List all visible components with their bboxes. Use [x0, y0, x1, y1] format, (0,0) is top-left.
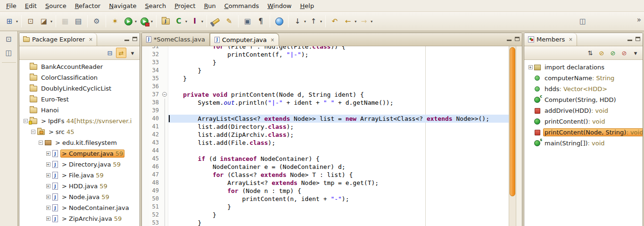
menu-item-help[interactable]: Help — [296, 1, 319, 11]
menu-item-refactor[interactable]: Refactor — [71, 1, 105, 11]
hide-fields-button[interactable]: ⊘ — [596, 48, 607, 58]
menu-item-project[interactable]: Project — [170, 1, 200, 11]
code-line[interactable]: 37−private void printContent(Node d, Str… — [142, 91, 509, 99]
external-tools-button[interactable]: ▶ — [138, 15, 150, 27]
fold-collapse-icon[interactable]: − — [162, 92, 167, 97]
code-line[interactable]: 51} — [142, 203, 509, 211]
code-line[interactable]: 41list.add(Directory.class); — [142, 123, 509, 131]
show-whitespace-button[interactable]: ▣ — [241, 15, 254, 27]
hide-non-public-members-button[interactable]: ⊘ — [619, 48, 629, 58]
member-row[interactable]: +import declarations — [527, 62, 643, 73]
expander-minus[interactable]: − — [30, 130, 36, 134]
code-line[interactable]: 38System.out.println("|-" + ident + " " … — [142, 99, 509, 107]
code-line[interactable]: 34} — [142, 67, 509, 75]
maximize-view-button[interactable] — [132, 37, 137, 41]
members-tab[interactable]: Members × — [524, 33, 577, 46]
minimize-editor-button[interactable] — [507, 37, 512, 41]
editor-body[interactable]: 31for (File f : hdd.get(File.class)) {32… — [142, 46, 522, 226]
member-row[interactable]: addDrive(HDD) : void — [527, 105, 643, 116]
code-line[interactable]: 32printContent(f, "|-"); — [142, 50, 509, 59]
code-line[interactable]: 39 — [142, 107, 509, 115]
tree-row[interactable]: +J> Computer.java59 — [19, 148, 140, 159]
view-menu-button[interactable]: ▾ — [630, 48, 641, 58]
fastview-toggle-button[interactable]: ◫ — [2, 47, 15, 59]
tree-row[interactable]: BankAccountReader — [19, 61, 140, 72]
new-wizard-button[interactable]: ⊞ — [3, 15, 16, 27]
code-line[interactable]: 47for (Class<? extends Node> T : list) { — [142, 171, 509, 179]
magic-wand-button[interactable]: ✶ — [109, 15, 121, 27]
tree-row[interactable]: Hanoi — [19, 105, 140, 116]
back-dropdown[interactable]: ▾ — [355, 19, 356, 24]
tree-row[interactable]: +J> ZipArchiv.java59 — [19, 213, 140, 224]
next-annotation-button[interactable]: ↓ — [291, 15, 304, 27]
save-button[interactable]: ▦ — [59, 15, 71, 27]
expander-plus[interactable]: + — [45, 184, 51, 188]
code-line[interactable]: 40ArrayList<Class<? extends Node>> list … — [142, 115, 509, 123]
close-view-icon[interactable]: × — [89, 37, 92, 42]
web-browser-button[interactable] — [273, 15, 285, 27]
close-tab-icon[interactable]: × — [271, 37, 274, 42]
new-java-project-button[interactable]: J — [159, 15, 172, 27]
tree-row[interactable]: DoublyLinkedCyclicList — [19, 83, 140, 94]
new-wizard-dropdown[interactable]: ▾ — [16, 19, 18, 24]
run-button[interactable]: ▶ — [122, 15, 134, 27]
formatting-marks-button[interactable]: ¶ — [255, 15, 267, 27]
member-row[interactable]: cComputer(String, HDD) — [527, 94, 643, 105]
new-class-dropdown[interactable]: ▾ — [185, 19, 187, 24]
code-line[interactable]: 50printContent(n, ident + "-"); — [142, 195, 509, 203]
tree-row[interactable]: −> edu.kit.filesystem — [19, 137, 140, 148]
tree-row[interactable]: +J> HDD.java59 — [19, 181, 140, 192]
member-row[interactable]: printContent() : void — [527, 116, 643, 127]
expander-plus[interactable]: + — [527, 65, 534, 69]
member-row[interactable]: hdds : Vector<HDD> — [527, 84, 643, 94]
menu-item-run[interactable]: Run — [200, 1, 220, 11]
code-line[interactable]: 43list.add(File.class); — [142, 139, 509, 147]
menu-item-window[interactable]: Window — [263, 1, 296, 11]
expander-plus[interactable]: + — [45, 151, 51, 156]
menu-item-edit[interactable]: Edit — [21, 1, 41, 11]
member-row[interactable]: smain(String[]) : void — [527, 138, 643, 149]
tree-row[interactable]: Euro-Test — [19, 94, 140, 105]
tree-row[interactable]: +J> File.java59 — [19, 170, 140, 181]
member-row[interactable]: printContent(Node, String) : void — [527, 127, 643, 138]
code-line[interactable]: 53} — [142, 219, 509, 226]
next-annotation-dropdown[interactable]: ▾ — [304, 19, 306, 24]
menu-item-search[interactable]: Search — [141, 1, 171, 11]
new-interface-button[interactable]: I — [189, 15, 201, 27]
toolbar-overflow-chevron[interactable]: » — [637, 17, 641, 24]
code-line[interactable]: 46NodeContainer e = (NodeContainer) d; — [142, 163, 509, 171]
tree-row[interactable]: +J> Directory.java59 — [19, 159, 140, 170]
previous-annotation-dropdown[interactable]: ▾ — [320, 19, 322, 24]
tree-row[interactable]: +J> Node.java59 — [19, 192, 140, 202]
expander-plus[interactable]: + — [45, 195, 51, 199]
link-with-editor-button[interactable]: ⇄ — [116, 48, 126, 58]
expander-plus[interactable]: + — [45, 206, 51, 210]
code-line[interactable]: 48ArrayList<? extends Node> tmp = e.get(… — [142, 179, 509, 187]
code-line[interactable]: 52} — [142, 211, 509, 219]
code-line[interactable]: 36 — [142, 83, 509, 91]
scrollbar-thumb[interactable] — [510, 47, 515, 196]
menu-item-commands[interactable]: Commands — [220, 1, 264, 11]
code-line[interactable]: 35} — [142, 75, 509, 83]
expander-minus[interactable]: − — [37, 141, 44, 145]
minimize-view-button[interactable] — [124, 37, 129, 41]
open-element-button[interactable]: ⊡ — [25, 15, 37, 27]
back-button[interactable]: ← — [342, 15, 354, 27]
expander-plus[interactable]: + — [45, 173, 51, 177]
code-line[interactable]: 49for (Node n : tmp) { — [142, 187, 509, 195]
member-row[interactable]: computerName : String — [527, 73, 643, 84]
maximize-editor-button[interactable] — [515, 37, 520, 41]
code-line[interactable]: 31for (File f : hdd.get(File.class)) { — [142, 46, 509, 50]
import-dropdown[interactable]: ▾ — [50, 19, 52, 24]
tree-row[interactable]: +J> NodeContainer.java — [19, 202, 140, 213]
collapse-all-button[interactable]: ⊟ — [105, 48, 115, 58]
code-line[interactable]: 45if (d instanceof NodeContainer) { — [142, 155, 509, 163]
build-all-button[interactable]: ⚙ — [91, 15, 103, 27]
forward-dropdown[interactable]: ▾ — [371, 19, 372, 24]
code-line[interactable]: 44 — [142, 147, 509, 155]
previous-annotation-button[interactable]: ↑ — [307, 15, 320, 27]
code-line[interactable]: 33} — [142, 59, 509, 67]
forward-button[interactable]: → — [358, 15, 370, 27]
tree-row[interactable]: ColorClassification — [19, 72, 140, 83]
editor-vertical-scrollbar[interactable] — [509, 46, 516, 226]
